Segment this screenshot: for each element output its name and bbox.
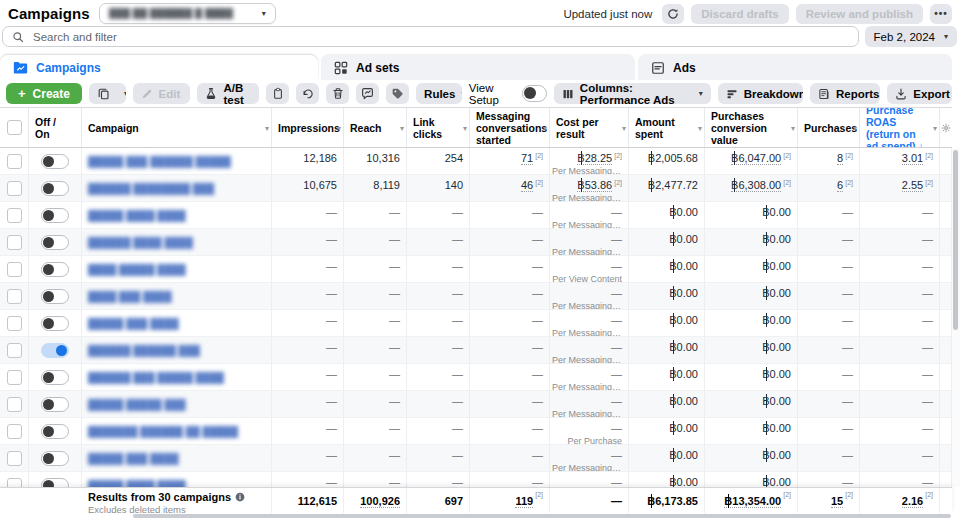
export-button[interactable]: Export ▾ [887, 83, 952, 104]
amount-spent-cell: B0.00 [629, 310, 705, 336]
tab-ad-sets[interactable]: Ad sets [321, 55, 635, 80]
row-checkbox[interactable] [7, 424, 22, 439]
campaign-name-redacted[interactable]: ██████ ████████ ███ [88, 183, 214, 194]
date-range-label: Feb 2, 2024 [874, 31, 935, 43]
campaign-name-redacted[interactable]: █████ ███ ██████ █████ [88, 156, 231, 167]
messaging-conversations-cell: — [470, 418, 550, 444]
campaign-toggle[interactable] [41, 316, 69, 331]
select-all-checkbox[interactable] [7, 120, 22, 135]
campaign-name-redacted[interactable]: ███████ ██████ ██ █████ [88, 426, 238, 437]
amount-spent-cell: B2,005.68 [629, 148, 705, 174]
vertical-scrollbar-thumb[interactable] [953, 150, 958, 330]
delete-button[interactable] [326, 83, 349, 104]
feedback-button[interactable] [356, 83, 379, 104]
campaign-toggle[interactable] [41, 181, 69, 196]
ab-test-button[interactable]: A/B test [197, 83, 259, 104]
review-and-publish-button[interactable]: Review and publish [796, 4, 923, 24]
row-checkbox[interactable] [7, 181, 22, 196]
tab-ads[interactable]: Ads [638, 55, 952, 80]
row-checkbox[interactable] [7, 154, 22, 169]
row-checkbox[interactable] [7, 451, 22, 466]
columns-button-group: Columns: Performance Ads ▾ [554, 83, 711, 104]
impressions-cell: 12,186 [272, 148, 344, 174]
revert-button[interactable] [296, 83, 319, 104]
column-header-purchases[interactable]: Purchases▾ [798, 108, 860, 147]
row-checkbox[interactable] [7, 289, 22, 304]
column-header-reach[interactable]: Reach▾ [344, 108, 407, 147]
row-checkbox-cell [0, 472, 29, 487]
campaign-toggle[interactable] [41, 370, 69, 385]
campaign-toggle[interactable] [41, 262, 69, 277]
edit-button[interactable]: Edit [133, 83, 189, 104]
column-header-purchases-conversion-value[interactable]: Purchases conversion value▾ [705, 108, 798, 147]
gear-icon[interactable] [941, 123, 951, 133]
campaign-name-redacted[interactable]: █████ ████ ████ [88, 480, 186, 488]
more-options-button[interactable]: ••• [930, 4, 952, 24]
campaign-name-redacted[interactable]: ██████ ███ █████ ████ [88, 372, 224, 383]
columns-button[interactable]: Columns: Performance Ads ▾ [554, 83, 711, 104]
campaign-name-redacted[interactable]: █████ █████ ███ [88, 399, 186, 410]
purchases-cell: — [798, 256, 860, 282]
campaign-toggle[interactable] [41, 154, 69, 169]
duplicate-button[interactable] [89, 83, 118, 104]
summary-purchases-conversion-value: B13,354.00[2]Total [705, 488, 798, 513]
row-checkbox[interactable] [7, 262, 22, 277]
date-range-picker[interactable]: Feb 2, 2024 ▾ [865, 26, 957, 47]
campaign-name-redacted[interactable]: █████ ███ ████ [88, 453, 179, 464]
discard-drafts-button[interactable]: Discard drafts [691, 4, 788, 24]
column-header-campaign[interactable]: Campaign▾ [82, 108, 272, 147]
rules-button[interactable]: Rules ▾ [416, 83, 462, 104]
campaign-name-redacted[interactable]: ██████ ████ ████ [88, 237, 193, 248]
reach-cell: 10,316 [344, 148, 407, 174]
column-header-impressions[interactable]: Impressions▾ [272, 108, 344, 147]
row-checkbox[interactable] [7, 397, 22, 412]
row-checkbox[interactable] [7, 370, 22, 385]
pin-clipboard-button[interactable] [266, 83, 289, 104]
column-header-messaging-conversations[interactable]: Messaging conversations started▾ [470, 108, 550, 147]
amount-spent-cell: B0.00 [629, 256, 705, 282]
view-setup-toggle[interactable] [522, 85, 547, 102]
refresh-button[interactable] [662, 4, 684, 24]
column-header-purchase-roas[interactable]: Purchase ROAS (return on ad spend) ↓▾ [860, 108, 940, 147]
cost-per-result-cell: —Per Messaging Con… [550, 229, 629, 255]
cost-per-result-cell: —Per Messaging Con… [550, 310, 629, 336]
campaign-toggle[interactable] [41, 451, 69, 466]
campaign-toggle[interactable] [41, 397, 69, 412]
create-button[interactable]: + Create [6, 83, 82, 104]
row-checkbox[interactable] [7, 208, 22, 223]
campaign-name-redacted[interactable]: ████ █████ ████ [88, 264, 186, 275]
campaign-name-redacted[interactable]: █████ ███ ████ [88, 318, 179, 329]
row-checkbox[interactable] [7, 478, 22, 488]
duplicate-menu-button[interactable]: ▾ [118, 83, 126, 104]
campaign-toggle[interactable] [41, 289, 69, 304]
column-header-cost-per-result[interactable]: Cost per result▾ [550, 108, 629, 147]
ad-account-selector[interactable]: ███ ██ ██████ █ ████ ▾ [99, 3, 276, 24]
row-checkbox[interactable] [7, 235, 22, 250]
campaign-toggle[interactable] [41, 208, 69, 223]
campaign-toggle[interactable] [41, 424, 69, 439]
column-header-amount-spent[interactable]: Amount spent▾ [629, 108, 705, 147]
campaign-toggle[interactable] [41, 343, 69, 358]
campaign-toggle[interactable] [41, 235, 69, 250]
campaign-name-redacted[interactable]: ██████ ██████ ███ [88, 345, 200, 356]
column-header-link-clicks[interactable]: Link clicks▾ [407, 108, 470, 147]
row-checkbox[interactable] [7, 343, 22, 358]
undo-icon [301, 88, 314, 100]
horizontal-scrollbar-thumb[interactable] [133, 514, 951, 518]
tags-button[interactable] [386, 83, 409, 104]
breakdown-button[interactable]: Breakdown ▾ [718, 83, 803, 104]
edit-menu-button[interactable]: ▾ [188, 83, 190, 104]
campaign-name-redacted[interactable]: ████ ███ ████ [88, 291, 172, 302]
tab-campaigns[interactable]: Campaigns [0, 55, 318, 80]
table-row: █████ ███ ██████ █████ 12,186 10,316 254… [0, 148, 952, 175]
search-input[interactable]: Search and filter [2, 26, 859, 47]
campaign-name-redacted[interactable]: █████ ████ ████ [88, 210, 186, 221]
summary-link-clicks: 697Total [407, 488, 470, 513]
campaign-toggle[interactable] [41, 478, 69, 488]
info-icon[interactable] [235, 492, 245, 502]
row-checkbox[interactable] [7, 316, 22, 331]
reports-button[interactable]: Reports ▾ [810, 83, 880, 104]
link-clicks-cell: — [407, 256, 470, 282]
purchase-roas-cell: — [860, 418, 940, 444]
campaign-name-cell: █████ ███ ████ [82, 310, 272, 336]
